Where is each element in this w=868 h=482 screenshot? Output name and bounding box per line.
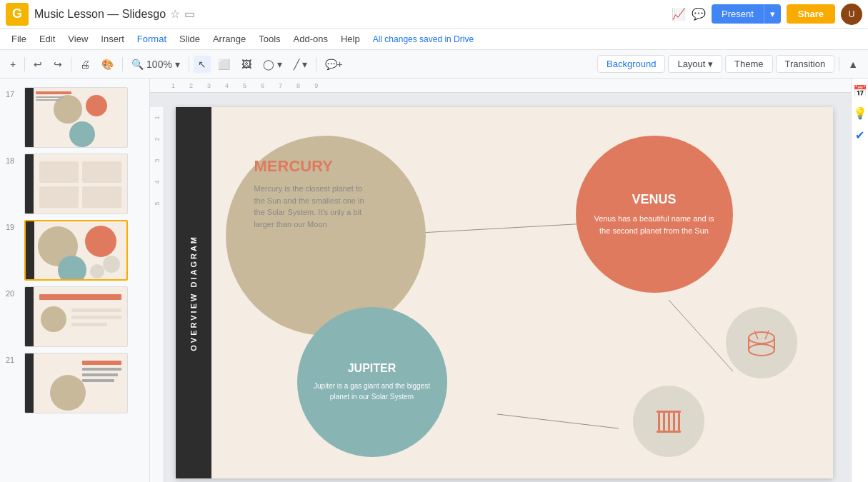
bulb-icon[interactable]: 💡 bbox=[853, 106, 867, 120]
venus-title: VENUS bbox=[632, 192, 676, 207]
svg-rect-7 bbox=[36, 99, 61, 101]
folder-icon[interactable]: ▭ bbox=[184, 7, 195, 21]
slide-main-content: MERCURY Mercury is the closest planet to… bbox=[211, 107, 833, 478]
top-right-actions: 📈 💬 Present ▾ Share U bbox=[672, 4, 862, 25]
canvas-area[interactable]: 1 2 3 4 5 6 7 8 9 1 2 3 4 5 bbox=[150, 79, 851, 482]
slide-preview[interactable] bbox=[24, 87, 128, 148]
divider2 bbox=[71, 57, 71, 71]
collapse-button[interactable]: ▲ bbox=[844, 56, 862, 73]
document-title: Music Lesson — Slidesgo bbox=[34, 8, 166, 21]
redo-button[interactable]: ↪ bbox=[49, 56, 66, 73]
drum-icon bbox=[744, 325, 779, 361]
ruler-left: 1 2 3 4 5 bbox=[150, 107, 164, 482]
right-panel: 📅 💡 ✔ bbox=[851, 79, 868, 482]
divider6 bbox=[839, 57, 839, 71]
svg-point-43 bbox=[749, 344, 774, 356]
divider bbox=[24, 57, 25, 71]
user-avatar[interactable]: U bbox=[841, 4, 862, 25]
star-icon[interactable]: ☆ bbox=[170, 7, 180, 21]
svg-point-18 bbox=[85, 226, 116, 257]
slide-sidebar-label: Overview Diagram bbox=[189, 235, 198, 351]
svg-rect-48 bbox=[658, 413, 660, 431]
main-area: 17 18 bbox=[0, 79, 868, 482]
svg-rect-11 bbox=[39, 161, 79, 183]
menu-edit[interactable]: Edit bbox=[34, 31, 61, 47]
comments-icon[interactable]: 💬 bbox=[692, 7, 706, 21]
activity-icon[interactable]: 📈 bbox=[672, 7, 686, 21]
svg-rect-52 bbox=[678, 413, 680, 431]
svg-rect-13 bbox=[39, 186, 79, 208]
slide-number: 19 bbox=[6, 220, 20, 231]
slide-preview[interactable] bbox=[24, 353, 128, 413]
menu-arrange[interactable]: Arrange bbox=[207, 31, 251, 47]
menu-view[interactable]: View bbox=[62, 31, 94, 47]
check-icon[interactable]: ✔ bbox=[855, 129, 864, 142]
undo-button[interactable]: ↩ bbox=[29, 56, 46, 73]
svg-rect-26 bbox=[71, 308, 121, 312]
share-button[interactable]: Share bbox=[787, 4, 835, 24]
slide-thumb-18[interactable]: 18 bbox=[0, 151, 149, 217]
divider5 bbox=[316, 57, 316, 71]
present-button[interactable]: Present bbox=[712, 4, 764, 24]
svg-rect-47 bbox=[657, 411, 681, 413]
svg-rect-32 bbox=[82, 361, 121, 365]
print-button[interactable]: 🖨 bbox=[76, 56, 94, 73]
mercury-description: Mercury is the closest planet to the Sun… bbox=[254, 183, 369, 230]
menu-file[interactable]: File bbox=[6, 31, 32, 47]
calendar-icon[interactable]: 📅 bbox=[853, 84, 867, 98]
toolbar: + ↩ ↪ 🖨 🎨 🔍 100% ▾ ↖ ⬜ 🖼 ◯ ▾ ╱ ▾ 💬+ Back… bbox=[0, 50, 868, 79]
mercury-text-block: MERCURY Mercury is the closest planet to… bbox=[254, 157, 369, 230]
save-status: All changes saved in Drive bbox=[373, 34, 474, 44]
svg-rect-28 bbox=[71, 323, 107, 326]
layout-button[interactable]: Layout ▾ bbox=[668, 55, 722, 73]
present-arrow-button[interactable]: ▾ bbox=[764, 4, 781, 24]
menu-insert[interactable]: Insert bbox=[95, 31, 130, 47]
slide-thumb-20[interactable]: 20 bbox=[0, 283, 149, 350]
menu-addons[interactable]: Add-ons bbox=[288, 31, 334, 47]
shape-tool[interactable]: ◯ ▾ bbox=[259, 56, 286, 73]
title-icons: ☆ ▭ bbox=[170, 7, 195, 21]
add-button[interactable]: + bbox=[6, 56, 20, 73]
paintformat-button[interactable]: 🎨 bbox=[97, 56, 118, 73]
transition-button[interactable]: Transition bbox=[776, 55, 835, 73]
slide-preview[interactable] bbox=[24, 220, 128, 281]
line-tool[interactable]: ╱ ▾ bbox=[289, 56, 311, 73]
theme-button[interactable]: Theme bbox=[725, 55, 772, 73]
svg-rect-1 bbox=[25, 88, 34, 148]
top-bar: G Music Lesson — Slidesgo ☆ ▭ 📈 💬 Presen… bbox=[0, 0, 868, 29]
svg-rect-14 bbox=[82, 186, 121, 208]
comment-button[interactable]: 💬+ bbox=[321, 56, 347, 73]
svg-rect-51 bbox=[673, 413, 675, 431]
image-tool[interactable]: 🖼 bbox=[237, 56, 256, 73]
menu-help[interactable]: Help bbox=[335, 31, 366, 47]
canvas-content: Overview Diagram bbox=[150, 93, 851, 482]
svg-point-20 bbox=[103, 256, 120, 273]
menu-slide[interactable]: Slide bbox=[174, 31, 206, 47]
cursor-tool[interactable]: ↖ bbox=[194, 56, 211, 73]
svg-rect-35 bbox=[82, 379, 114, 382]
svg-rect-46 bbox=[657, 431, 681, 433]
venus-circle: VENUS Venus has a beautiful name and is … bbox=[576, 136, 733, 293]
jupiter-circle: JUPITER Jupiter is a gas giant and the b… bbox=[297, 307, 447, 457]
svg-rect-12 bbox=[82, 161, 121, 183]
slide-preview[interactable] bbox=[24, 154, 128, 214]
slide[interactable]: Overview Diagram bbox=[176, 107, 833, 478]
menu-format[interactable]: Format bbox=[131, 31, 172, 47]
slide-thumb-19[interactable]: 19 bbox=[0, 217, 149, 283]
svg-point-25 bbox=[41, 306, 66, 332]
ruler-marks-top: 1 2 3 4 5 6 7 8 9 bbox=[164, 79, 325, 93]
svg-rect-24 bbox=[39, 294, 121, 300]
menu-tools[interactable]: Tools bbox=[253, 31, 286, 47]
slide-preview[interactable] bbox=[24, 286, 128, 347]
svg-point-3 bbox=[86, 95, 107, 116]
jupiter-description: Jupiter is a gas giant and the biggest p… bbox=[311, 381, 433, 402]
svg-point-21 bbox=[90, 264, 104, 278]
app-icon: G bbox=[6, 3, 29, 26]
background-button[interactable]: Background bbox=[597, 55, 665, 73]
slide-thumb-21[interactable]: 21 bbox=[0, 350, 149, 416]
zoom-button[interactable]: 🔍 100% ▾ bbox=[127, 56, 184, 73]
divider4 bbox=[189, 57, 189, 71]
slide-thumb-17[interactable]: 17 bbox=[0, 84, 149, 151]
svg-rect-16 bbox=[26, 221, 34, 281]
textbox-tool[interactable]: ⬜ bbox=[214, 56, 234, 73]
